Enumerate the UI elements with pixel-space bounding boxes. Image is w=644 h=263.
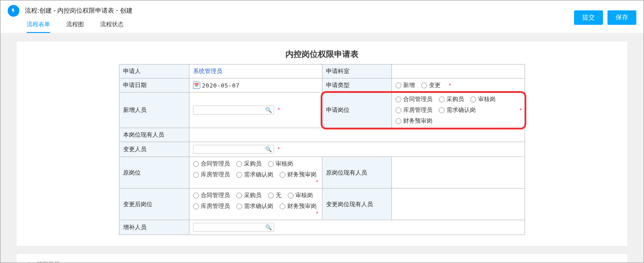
label-change-person: 变更人员 [120,142,189,157]
date-input[interactable]: 📅 2020-05-07 [193,82,318,89]
required-mark: * [277,146,280,152]
radio-label: 需求确认岗 [244,202,273,210]
value-change-person: 🔍 * [189,142,524,157]
label-current-staff: 本岗位现有人员 [120,128,189,142]
label-after-position: 变更后岗位 [120,189,189,220]
radio-pos2-5[interactable]: 财务预审岗 [280,171,317,179]
supplement-lookup[interactable]: 🔍 [193,223,274,232]
radio-pos2-4[interactable]: 需求确认岗 [236,171,273,179]
comment-panel[interactable]: 签字意见 [17,254,627,263]
radio-icon [396,97,401,102]
radio-label: 审核岗 [295,191,313,199]
radio-pos3-2[interactable]: 无 [268,191,281,199]
radio-pos1-2[interactable]: 审核岗 [470,95,496,103]
radio-pos1-5[interactable]: 财务预审岗 [396,117,432,125]
value-apply-type: 新增 变更 * [392,78,525,92]
radio-label: 财务预审岗 [287,171,317,179]
title-row: 流程:创建 - 内控岗位权限申请表 - 创建 [8,5,133,17]
radio-icon [193,203,199,209]
content-area: 内控岗位权限申请表 申请人 系统管理员 申请科室 申请日期 📅 2020- [0,33,644,263]
label-applicant: 申请人 [120,65,189,78]
radio-label: 采购员 [244,191,262,199]
radio-pos2-1[interactable]: 采购员 [236,160,262,168]
radio-label: 需求确认岗 [244,171,273,179]
label-apply-position: 申请岗位 [322,92,392,128]
required-mark: * [277,106,280,113]
radio-icon [193,193,199,198]
radio-label: 财务预审岗 [403,117,432,125]
radio-pos3-6[interactable]: 财务预审岗 [280,202,317,210]
edit-icon [25,261,32,263]
tab-flowchart[interactable]: 流程图 [66,20,84,33]
radio-icon [439,97,445,102]
value-apply-date: 📅 2020-05-07 [189,78,322,92]
radio-icon [268,193,274,198]
radio-pos1-1[interactable]: 采购员 [439,95,464,103]
radio-icon [439,107,445,113]
radio-pos3-3[interactable]: 审核岗 [288,191,313,199]
label-apply-date: 申请日期 [120,78,189,92]
radio-pos3-0[interactable]: 合同管理员 [193,191,230,199]
radio-label: 采购员 [446,95,464,103]
search-icon: 🔍 [265,224,272,231]
orig-position-radios: 合同管理员 采购员 审核岗 库房管理员 需求确认岗 财务预审岗 [193,160,318,179]
radio-label: 需求确认岗 [446,106,476,114]
required-mark: * [316,210,318,217]
radio-pos2-0[interactable]: 合同管理员 [193,160,230,168]
label-orig-position: 原岗位 [120,157,189,189]
label-new-person: 新增人员 [120,92,189,128]
page-header: 流程:创建 - 内控岗位权限申请表 - 创建 流程表单 流程图 流程状态 提交 … [0,0,644,33]
radio-icon [236,203,242,209]
apply-position-radios: 合同管理员 采购员 审核岗 库房管理员 需求确认岗 财务预审岗 [396,95,517,125]
radio-icon [470,97,476,102]
app-window: 流程:创建 - 内控岗位权限申请表 - 创建 流程表单 流程图 流程状态 提交 … [0,0,644,263]
change-person-lookup[interactable]: 🔍 [193,145,274,154]
tab-form[interactable]: 流程表单 [27,20,50,33]
radio-label: 财务预审岗 [287,202,317,210]
radio-pos2-2[interactable]: 审核岗 [268,160,293,168]
radio-icon [236,172,242,178]
tab-flowstatus[interactable]: 流程状态 [100,20,124,33]
form-panel: 内控岗位权限申请表 申请人 系统管理员 申请科室 申请日期 📅 2020- [17,42,627,246]
label-supplement: 增补人员 [120,220,189,235]
required-mark: * [316,179,318,185]
applicant-link[interactable]: 系统管理员 [193,68,222,74]
submit-button[interactable]: 提交 [574,10,603,25]
label-orig-staff: 原岗位现有人员 [322,157,392,189]
search-icon: 🔍 [265,107,272,113]
radio-icon [421,83,427,88]
radio-pos2-3[interactable]: 库房管理员 [193,171,230,179]
new-person-lookup[interactable]: 🔍 [193,106,274,115]
radio-pos1-4[interactable]: 需求确认岗 [439,106,476,114]
radio-icon [288,193,294,198]
radio-pos3-1[interactable]: 采购员 [236,191,262,199]
value-after-staff[interactable] [392,189,525,220]
value-current-staff[interactable] [189,128,524,142]
radio-label: 无 [276,191,281,199]
radio-pos1-0[interactable]: 合同管理员 [396,95,432,103]
radio-label: 审核岗 [276,160,293,168]
radio-icon [280,172,285,178]
required-mark: * [520,107,522,114]
radio-pos1-3[interactable]: 库房管理员 [396,106,432,114]
header-buttons: 提交 保存 [574,10,636,25]
radio-label: 合同管理员 [201,160,230,168]
value-orig-staff[interactable] [392,157,525,189]
radio-label: 库房管理员 [403,106,432,114]
save-button[interactable]: 保存 [607,10,636,25]
radio-label: 审核岗 [478,95,496,103]
radio-pos3-4[interactable]: 库房管理员 [193,202,230,210]
radio-label: 库房管理员 [201,202,230,210]
apply-type-radios: 新增 变更 * [396,81,521,89]
radio-icon [396,107,401,113]
radio-apply-type-change[interactable]: 变更 [421,81,441,89]
radio-label: 变更 [429,81,441,89]
label-after-staff: 变更岗位现有人员 [322,189,392,220]
radio-label: 合同管理员 [201,191,230,199]
radio-pos3-5[interactable]: 需求确认岗 [236,202,273,210]
radio-icon [396,118,401,124]
radio-label: 新增 [403,81,415,89]
value-after-position: 合同管理员 采购员 无 审核岗 库房管理员 需求确认岗 财务预审岗 * [189,189,322,220]
value-department[interactable] [392,65,525,78]
radio-apply-type-new[interactable]: 新增 [396,81,415,89]
